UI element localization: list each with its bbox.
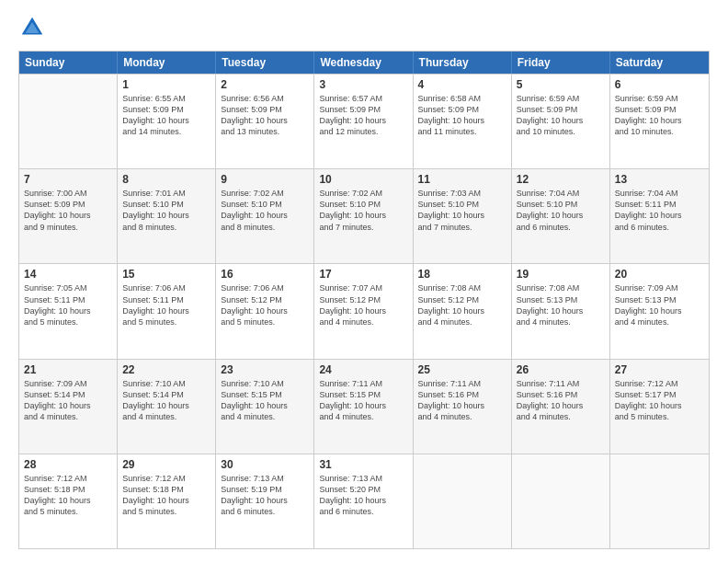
cell-line: Daylight: 10 hours: [517, 400, 605, 411]
day-number: 18: [418, 268, 506, 281]
calendar-row-4: 28Sunrise: 7:12 AMSunset: 5:18 PMDayligh…: [19, 454, 709, 548]
weekday-header-sunday: Sunday: [19, 52, 118, 74]
calendar-cell-0-4: 4Sunrise: 6:58 AMSunset: 5:09 PMDaylight…: [414, 75, 512, 168]
calendar-cell-4-4: [414, 454, 512, 548]
day-number: 5: [517, 78, 605, 91]
cell-line: and 4 minutes.: [517, 316, 605, 327]
calendar-cell-3-6: 27Sunrise: 7:12 AMSunset: 5:17 PMDayligh…: [610, 360, 709, 454]
cell-line: and 4 minutes.: [122, 411, 210, 422]
cell-line: Daylight: 10 hours: [24, 305, 112, 316]
cell-line: Sunrise: 6:59 AM: [517, 93, 605, 104]
calendar-cell-1-2: 9Sunrise: 7:02 AMSunset: 5:10 PMDaylight…: [216, 169, 314, 263]
day-number: 15: [122, 268, 210, 281]
day-number: 3: [319, 78, 407, 91]
weekday-header-thursday: Thursday: [414, 52, 512, 74]
cell-line: Daylight: 10 hours: [122, 400, 210, 411]
cell-line: Sunset: 5:11 PM: [122, 294, 210, 305]
cell-line: Sunset: 5:09 PM: [221, 104, 309, 115]
day-number: 30: [221, 458, 309, 471]
cell-line: Sunset: 5:15 PM: [319, 389, 407, 400]
cell-line: Sunset: 5:10 PM: [418, 199, 506, 210]
cell-line: Daylight: 10 hours: [418, 400, 506, 411]
cell-line: Sunrise: 7:01 AM: [122, 188, 210, 199]
cell-line: Daylight: 10 hours: [517, 305, 605, 316]
cell-line: Daylight: 10 hours: [615, 210, 704, 221]
cell-line: and 4 minutes.: [418, 316, 506, 327]
calendar-header: SundayMondayTuesdayWednesdayThursdayFrid…: [19, 52, 709, 74]
cell-line: and 6 minutes.: [319, 506, 407, 517]
day-number: 10: [319, 173, 407, 186]
cell-line: Sunrise: 6:55 AM: [122, 93, 210, 104]
cell-line: Sunset: 5:13 PM: [517, 294, 605, 305]
cell-line: and 9 minutes.: [24, 222, 112, 233]
calendar-cell-0-2: 2Sunrise: 6:56 AMSunset: 5:09 PMDaylight…: [216, 75, 314, 168]
calendar-cell-1-4: 11Sunrise: 7:03 AMSunset: 5:10 PMDayligh…: [414, 169, 512, 263]
cell-line: Daylight: 10 hours: [319, 400, 407, 411]
cell-line: Daylight: 10 hours: [615, 305, 704, 316]
day-number: 25: [418, 363, 506, 376]
day-number: 24: [319, 363, 407, 376]
cell-line: Sunset: 5:09 PM: [615, 104, 704, 115]
cell-line: Sunrise: 7:06 AM: [122, 282, 210, 293]
cell-line: Daylight: 10 hours: [221, 400, 309, 411]
cell-line: Sunrise: 7:13 AM: [319, 473, 407, 484]
calendar-cell-2-6: 20Sunrise: 7:09 AMSunset: 5:13 PMDayligh…: [610, 264, 709, 358]
cell-line: Sunrise: 7:08 AM: [418, 282, 506, 293]
calendar-row-1: 7Sunrise: 7:00 AMSunset: 5:09 PMDaylight…: [19, 168, 709, 263]
cell-line: Daylight: 10 hours: [615, 115, 704, 126]
cell-line: Sunset: 5:20 PM: [319, 484, 407, 495]
cell-line: Sunset: 5:09 PM: [122, 104, 210, 115]
calendar: SundayMondayTuesdayWednesdayThursdayFrid…: [18, 51, 710, 549]
day-number: 21: [24, 363, 112, 376]
cell-line: and 5 minutes.: [122, 506, 210, 517]
calendar-cell-4-3: 31Sunrise: 7:13 AMSunset: 5:20 PMDayligh…: [314, 454, 413, 548]
cell-line: Sunrise: 7:09 AM: [24, 378, 112, 389]
calendar-cell-4-0: 28Sunrise: 7:12 AMSunset: 5:18 PMDayligh…: [19, 454, 118, 548]
day-number: 16: [221, 268, 309, 281]
calendar-cell-2-3: 17Sunrise: 7:07 AMSunset: 5:12 PMDayligh…: [314, 264, 413, 358]
day-number: 28: [24, 458, 112, 471]
cell-line: Sunrise: 7:06 AM: [221, 282, 309, 293]
day-number: 1: [122, 78, 210, 91]
calendar-row-0: 1Sunrise: 6:55 AMSunset: 5:09 PMDaylight…: [19, 74, 709, 168]
cell-line: and 5 minutes.: [615, 411, 704, 422]
cell-line: and 13 minutes.: [221, 126, 309, 137]
cell-line: and 5 minutes.: [24, 506, 112, 517]
calendar-row-2: 14Sunrise: 7:05 AMSunset: 5:11 PMDayligh…: [19, 263, 709, 358]
cell-line: Sunrise: 7:11 AM: [319, 378, 407, 389]
cell-line: Sunset: 5:12 PM: [221, 294, 309, 305]
cell-line: Daylight: 10 hours: [319, 210, 407, 221]
page: SundayMondayTuesdayWednesdayThursdayFrid…: [0, 0, 728, 563]
cell-line: Sunrise: 7:12 AM: [24, 473, 112, 484]
logo-icon: [18, 14, 46, 41]
cell-line: Sunset: 5:18 PM: [122, 484, 210, 495]
day-number: 11: [418, 173, 506, 186]
calendar-cell-3-2: 23Sunrise: 7:10 AMSunset: 5:15 PMDayligh…: [216, 360, 314, 454]
cell-line: Daylight: 10 hours: [418, 115, 506, 126]
cell-line: Sunset: 5:11 PM: [615, 199, 704, 210]
cell-line: and 5 minutes.: [221, 316, 309, 327]
cell-line: Sunset: 5:18 PM: [24, 484, 112, 495]
day-number: 13: [615, 173, 704, 186]
calendar-cell-4-1: 29Sunrise: 7:12 AMSunset: 5:18 PMDayligh…: [118, 454, 216, 548]
weekday-header-saturday: Saturday: [610, 52, 709, 74]
day-number: 17: [319, 268, 407, 281]
day-number: 27: [615, 363, 704, 376]
calendar-cell-4-6: [610, 454, 709, 548]
calendar-row-3: 21Sunrise: 7:09 AMSunset: 5:14 PMDayligh…: [19, 359, 709, 454]
cell-line: and 6 minutes.: [517, 222, 605, 233]
calendar-cell-3-3: 24Sunrise: 7:11 AMSunset: 5:15 PMDayligh…: [314, 360, 413, 454]
day-number: 9: [221, 173, 309, 186]
cell-line: Daylight: 10 hours: [122, 115, 210, 126]
cell-line: Sunrise: 7:07 AM: [319, 282, 407, 293]
cell-line: Daylight: 10 hours: [24, 210, 112, 221]
calendar-cell-1-5: 12Sunrise: 7:04 AMSunset: 5:10 PMDayligh…: [512, 169, 610, 263]
cell-line: Sunrise: 6:56 AM: [221, 93, 309, 104]
calendar-cell-2-0: 14Sunrise: 7:05 AMSunset: 5:11 PMDayligh…: [19, 264, 118, 358]
calendar-cell-3-0: 21Sunrise: 7:09 AMSunset: 5:14 PMDayligh…: [19, 360, 118, 454]
cell-line: Sunset: 5:15 PM: [221, 389, 309, 400]
cell-line: and 5 minutes.: [24, 316, 112, 327]
cell-line: and 4 minutes.: [221, 411, 309, 422]
cell-line: Sunrise: 7:02 AM: [319, 188, 407, 199]
cell-line: Sunrise: 7:03 AM: [418, 188, 506, 199]
